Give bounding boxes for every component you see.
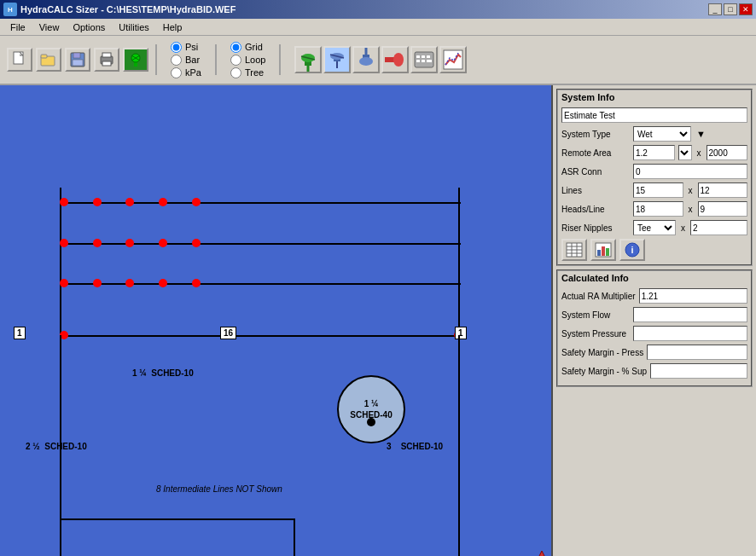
svg-rect-52	[606, 248, 609, 256]
separator-1	[155, 44, 157, 75]
svg-rect-29	[416, 55, 420, 58]
svg-rect-7	[73, 60, 83, 66]
standing-sprinkler-button[interactable]	[294, 46, 322, 73]
menu-options[interactable]: Options	[66, 20, 112, 34]
lines-row: Lines x	[561, 182, 747, 198]
lines-input2[interactable]	[698, 182, 748, 198]
heads-line-label: Heads/Line	[561, 205, 630, 214]
riser-nipples-select[interactable]: Tee Elbow	[633, 220, 676, 235]
flat-sprinkler-button[interactable]	[323, 46, 351, 73]
pipe-label-sched10-main: 1 ¼ SCHED-10	[132, 368, 194, 378]
safety-margin-sup-label: Safety Margin - % Sup	[561, 367, 647, 376]
grid-radio[interactable]: Grid	[230, 42, 265, 53]
remote-area-input2[interactable]	[707, 145, 748, 160]
remote-area-label: Remote Area	[561, 148, 630, 158]
riser-nipples-input[interactable]	[690, 220, 747, 235]
psi-radio[interactable]: Psi	[171, 42, 201, 53]
chart-button[interactable]	[439, 46, 467, 73]
system-type-row: System Type Wet Dry Pre-action ▼	[561, 126, 747, 142]
bar-radio[interactable]: Bar	[171, 55, 201, 66]
intermediate-lines-note: 8 Intermediate Lines NOT Shown	[156, 484, 282, 494]
system-pressure-row: System Pressure	[561, 326, 747, 341]
canvas-area[interactable]: 1 16 1 1 ¼ SCHED-10 2 ½ SCHED-10 3 SCHED…	[0, 85, 551, 556]
asr-conn-label: ASR Conn	[561, 167, 630, 177]
node-label-1-left: 1	[14, 327, 26, 339]
svg-rect-32	[416, 60, 420, 62]
system-flow-row: System Flow	[561, 307, 747, 322]
app-icon: H	[3, 3, 17, 16]
asr-conn-row: ASR Conn	[561, 164, 747, 179]
svg-rect-30	[422, 55, 425, 58]
system-pressure-input[interactable]	[633, 326, 747, 341]
kpa-radio[interactable]: kPa	[171, 67, 201, 78]
ra-multiplier-row: Actual RA Multiplier	[561, 288, 747, 304]
title-bar: H HydraCALC Sizer - C:\HES\TEMP\HydraBID…	[0, 0, 756, 19]
safety-margin-press-row: Safety Margin - Press	[561, 345, 747, 360]
safety-margin-sup-input[interactable]	[650, 363, 747, 379]
separator-3	[279, 44, 281, 75]
system-info-title: System Info	[561, 92, 747, 102]
system-type-arrow: ▼	[696, 129, 706, 139]
layout-radio-group: Grid Loop Tree	[230, 42, 265, 78]
loop-radio[interactable]: Loop	[230, 55, 265, 66]
calculated-info-group: Calculated Info Actual RA Multiplier Sys…	[556, 269, 753, 387]
bar-chart-icon-button[interactable]	[590, 239, 616, 261]
window-controls[interactable]: _ □ ✕	[708, 3, 753, 15]
safety-margin-press-label: Safety Margin - Press	[561, 348, 643, 357]
system-flow-input[interactable]	[633, 307, 747, 322]
right-panel: System Info System Type Wet Dry Pre-acti…	[551, 85, 756, 556]
svg-text:H: H	[8, 6, 13, 14]
close-button[interactable]: ✕	[739, 3, 753, 15]
lines-input1[interactable]	[633, 182, 683, 198]
ra-multiplier-label: Actual RA Multiplier	[561, 292, 636, 301]
remote-area-row: Remote Area ▼ x	[561, 145, 747, 160]
node-label-1-right: 1	[455, 327, 467, 339]
svg-rect-31	[427, 55, 430, 58]
view-icons	[294, 46, 467, 73]
asr-conn-input[interactable]	[633, 164, 747, 179]
svg-marker-36	[533, 551, 550, 556]
menu-view[interactable]: View	[32, 20, 67, 34]
print-button[interactable]	[94, 48, 119, 72]
safety-margin-press-input[interactable]	[647, 345, 747, 360]
table-icon-button[interactable]	[561, 239, 587, 261]
svg-rect-6	[73, 53, 80, 58]
heads-line-input1[interactable]	[633, 201, 683, 217]
minimize-button[interactable]: _	[708, 3, 722, 15]
svg-point-25	[359, 57, 373, 66]
upright-sprinkler-button[interactable]	[352, 46, 380, 73]
save-button[interactable]	[65, 48, 90, 72]
system-pressure-label: System Pressure	[561, 329, 630, 339]
svg-rect-9	[102, 53, 111, 57]
tree-radio[interactable]: Tree	[230, 67, 265, 78]
menu-file[interactable]: File	[3, 20, 32, 34]
svg-rect-34	[427, 60, 432, 62]
svg-rect-50	[597, 250, 601, 256]
system-info-group: System Info System Type Wet Dry Pre-acti…	[556, 89, 753, 266]
info-icon-button[interactable]: i	[619, 239, 645, 261]
maximize-button[interactable]: □	[724, 3, 737, 15]
ra-multiplier-input[interactable]	[639, 288, 747, 304]
menu-utilities[interactable]: Utilities	[112, 20, 155, 34]
open-button[interactable]	[36, 48, 61, 72]
heads-line-input2[interactable]	[698, 201, 748, 217]
riser-nipples-row: Riser Nipples Tee Elbow x	[561, 220, 747, 235]
svg-rect-10	[102, 61, 111, 66]
system-flow-label: System Flow	[561, 310, 630, 320]
pipe-label-sched10-left: 2 ½ SCHED-10	[26, 442, 87, 451]
system-name-input[interactable]	[561, 107, 747, 123]
data-entry-button[interactable]	[410, 46, 438, 73]
sidewall-sprinkler-button[interactable]	[381, 46, 409, 73]
calculated-info-title: Calculated Info	[561, 273, 747, 283]
sprinkler-tool-button[interactable]	[123, 48, 148, 72]
new-button[interactable]	[7, 48, 32, 72]
riser-nipples-label: Riser Nipples	[561, 223, 630, 233]
system-type-select[interactable]: Wet Dry Pre-action	[633, 126, 691, 142]
menu-bar: File View Options Utilities Help	[0, 19, 756, 36]
svg-text:i: i	[631, 245, 633, 255]
svg-rect-51	[602, 246, 605, 256]
remote-area-select[interactable]: ▼	[678, 145, 692, 160]
window-title: HydraCALC Sizer - C:\HES\TEMP\HydraBID.W…	[20, 4, 236, 14]
remote-area-input1[interactable]	[633, 145, 675, 160]
menu-help[interactable]: Help	[156, 20, 189, 34]
